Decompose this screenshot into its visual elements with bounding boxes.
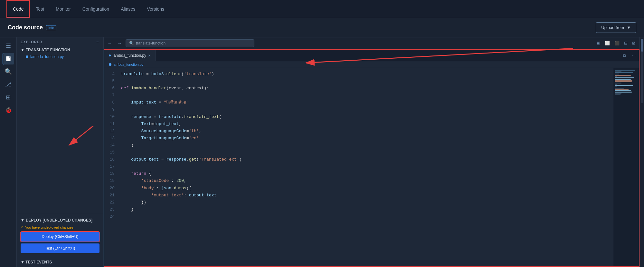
editor-tab-lambda[interactable]: lambda_function.py ✕ — [104, 50, 156, 61]
code-line-4: translate = boto3.client('translate') — [118, 71, 613, 78]
code-lines: translate = boto3.client('translate') de… — [118, 68, 613, 266]
file-modified-dot — [26, 55, 28, 58]
scrollbar-track[interactable] — [641, 39, 643, 103]
warning-icon: ⚠ — [21, 225, 24, 229]
editor-split-icon[interactable]: ⧉ — [620, 53, 629, 58]
explorer-tree: ▼ TRANSLATE-FUNCTION lambda_function.py — [17, 46, 103, 214]
minimap-line — [615, 94, 620, 95]
minimap-line — [615, 80, 632, 81]
tab-filename: lambda_function.py — [113, 53, 146, 58]
code-line-8: input_text = "ลิงกินกล้วย" — [118, 99, 613, 106]
tab-versions[interactable]: Versions — [141, 0, 170, 18]
explorer-header: EXPLORER ··· — [17, 37, 103, 46]
undeployed-warning: ⚠ You have undeployed changes. — [21, 225, 99, 229]
editor-toolbar: ← → 🔍 translate-function ▣ ⬜ ⬛ ⊟ ⊠ — [104, 37, 639, 49]
minimap-line — [615, 85, 633, 86]
code-content[interactable]: 4 5 6 7 8 9 10 11 12 13 14 15 16 17 18 1… — [104, 68, 639, 266]
lambda-file-item[interactable]: lambda_function.py — [17, 54, 103, 60]
editor-right-icons: ▣ ⬜ ⬛ ⊟ ⊠ — [595, 40, 637, 46]
sidebar-extensions-icon[interactable]: ⊞ — [3, 92, 14, 103]
minimap-line — [615, 90, 631, 91]
page-title: Code source — [8, 24, 43, 31]
deploy-section-title[interactable]: ▼ DEPLOY [UNDEPLOYED CHANGES] — [21, 218, 99, 222]
breadcrumb-filename: lambda_function.py — [113, 63, 143, 66]
editor-search-bar[interactable]: 🔍 translate-function — [126, 39, 254, 47]
minimap-content — [613, 68, 639, 97]
minimap — [613, 68, 639, 266]
back-button[interactable]: ← — [106, 40, 113, 46]
editor-breadcrumb: lambda_function.py — [104, 61, 639, 68]
upload-from-label: Upload from — [601, 25, 624, 30]
minimap-line — [615, 92, 632, 93]
test-events-section[interactable]: ▼ TEST EVENTS — [17, 257, 103, 267]
minimap-line — [615, 84, 617, 85]
more-options-icon[interactable]: ⊠ — [631, 40, 637, 46]
project-name: TRANSLATE-FUNCTION — [26, 48, 70, 52]
minimap-line — [615, 81, 632, 82]
minimap-line — [615, 93, 621, 94]
tab-close-icon[interactable]: ✕ — [148, 54, 151, 57]
minimap-line — [615, 88, 624, 89]
code-line-12: SourceLanguageCode='th', — [118, 128, 613, 135]
tab-aliases[interactable]: Aliases — [115, 0, 141, 18]
main-content: ☰ 🔍 ⎇ ⊞ 🐞 EXPLORER ··· ▼ TRANSLATE-FUNCT… — [0, 37, 644, 267]
activity-bar: ☰ 🔍 ⎇ ⊞ 🐞 — [0, 37, 17, 267]
scrollbar-thumb[interactable] — [641, 39, 643, 52]
info-badge[interactable]: Info — [46, 25, 56, 30]
code-line-6: def lambda_handler(event, context): — [118, 85, 613, 92]
deploy-title-label: DEPLOY [UNDEPLOYED CHANGES] — [26, 218, 92, 222]
folder-chevron-icon: ▼ — [21, 48, 24, 52]
minimap-line — [615, 77, 634, 78]
test-events-chevron-icon: ▼ — [21, 260, 24, 264]
layout-icon-2[interactable]: ⬜ — [603, 40, 611, 46]
layout-icon-4[interactable]: ⊟ — [623, 40, 629, 46]
code-editor-area: lambda_function.py ✕ ⧉ ··· lambda_functi… — [104, 49, 639, 267]
minimap-line — [615, 72, 633, 73]
minimap-line — [615, 74, 619, 74]
sidebar-debug-icon[interactable]: 🐞 — [3, 104, 14, 116]
test-events-label: TEST EVENTS — [25, 260, 52, 264]
minimap-line — [615, 76, 617, 77]
code-line-22: }) — [118, 199, 613, 206]
sidebar-files-icon[interactable] — [3, 53, 14, 64]
tab-code[interactable]: Code — [6, 0, 30, 18]
minimap-line — [615, 89, 629, 90]
forward-button[interactable]: → — [116, 40, 123, 46]
explorer-menu-icon[interactable]: ··· — [96, 40, 99, 44]
project-folder[interactable]: ▼ TRANSLATE-FUNCTION — [17, 46, 103, 54]
test-button[interactable]: Test (Ctrl+Shift+I) — [21, 243, 99, 253]
tab-configuration[interactable]: Configuration — [77, 0, 115, 18]
search-text: translate-function — [136, 41, 166, 45]
minimap-line — [615, 83, 621, 84]
deploy-chevron-icon: ▼ — [21, 218, 24, 222]
tab-monitor[interactable]: Monitor — [50, 0, 77, 18]
right-scrollbar-panel — [639, 37, 644, 267]
minimap-line — [615, 79, 631, 80]
upload-from-button[interactable]: Upload from ▼ — [596, 22, 636, 33]
editor-more-icon[interactable]: ··· — [629, 53, 639, 58]
code-line-16: output_text = response.get('TranslatedTe… — [118, 156, 613, 163]
upload-chevron-icon: ▼ — [627, 25, 631, 30]
code-line-14: ) — [118, 142, 613, 149]
deploy-button[interactable]: Deploy (Ctrl+Shift+U) — [21, 232, 99, 242]
vscode-editor-container: ← → 🔍 translate-function ▣ ⬜ ⬛ ⊟ ⊠ lambd… — [104, 37, 639, 267]
sidebar-source-control-icon[interactable]: ⎇ — [3, 79, 14, 90]
split-editor-icon[interactable]: ▣ — [595, 40, 601, 46]
minimap-line — [615, 86, 617, 87]
breadcrumb-dot — [109, 63, 111, 66]
tab-test[interactable]: Test — [30, 0, 50, 18]
header-left: Code source Info — [8, 24, 56, 31]
code-line-19: 'statusCode': 200, — [118, 177, 613, 184]
sidebar-menu-icon[interactable]: ☰ — [3, 40, 14, 52]
layout-icon-3[interactable]: ⬛ — [613, 40, 621, 46]
sidebar-search-icon[interactable]: 🔍 — [3, 66, 14, 77]
header-row: Code source Info Upload from ▼ — [0, 18, 644, 37]
top-navigation: Code Test Monitor Configuration Aliases … — [0, 0, 644, 18]
minimap-line — [615, 75, 631, 76]
editor-tabs: lambda_function.py ✕ ⧉ ··· — [104, 50, 639, 61]
warning-text: You have undeployed changes. — [25, 225, 74, 229]
search-icon: 🔍 — [129, 41, 134, 45]
explorer-panel: EXPLORER ··· ▼ TRANSLATE-FUNCTION lambda… — [17, 37, 104, 267]
deploy-section: ▼ DEPLOY [UNDEPLOYED CHANGES] ⚠ You have… — [17, 214, 103, 257]
code-line-21: 'output_text': output_text — [118, 192, 613, 199]
